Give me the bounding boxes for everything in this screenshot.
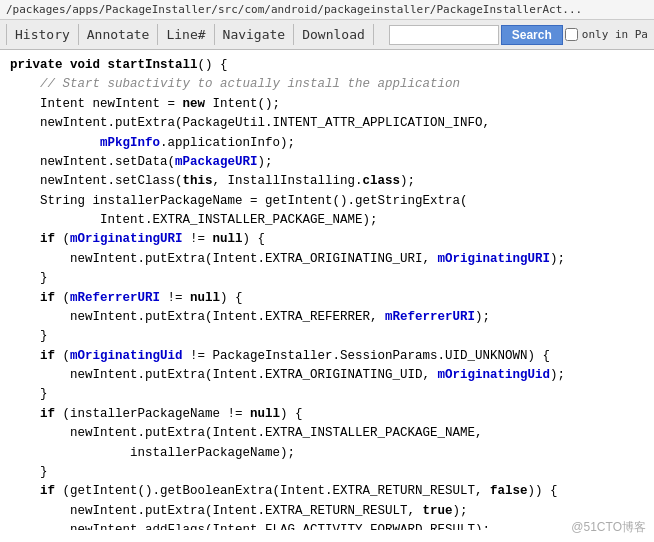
code-line: }	[10, 327, 644, 346]
toolbar-item-history[interactable]: History	[6, 24, 79, 45]
code-line: }	[10, 269, 644, 288]
code-line: private void startInstall() {	[10, 56, 644, 75]
code-line: if (installerPackageName != null) {	[10, 405, 644, 424]
code-line: if (getIntent().getBooleanExtra(Intent.E…	[10, 482, 644, 501]
toolbar-item-download[interactable]: Download	[294, 24, 374, 45]
only-in-checkbox[interactable]	[565, 28, 578, 41]
only-in-label: only in Pa	[582, 28, 648, 41]
code-line: Intent newIntent = new Intent();	[10, 95, 644, 114]
code-line: newIntent.putExtra(Intent.EXTRA_ORIGINAT…	[10, 250, 644, 269]
code-line: if (mReferrerURI != null) {	[10, 289, 644, 308]
code-line: newIntent.setData(mPackageURI);	[10, 153, 644, 172]
toolbar: History Annotate Line# Navigate Download…	[0, 20, 654, 50]
code-line: newIntent.putExtra(PackageUtil.INTENT_AT…	[10, 114, 644, 133]
code-line: newIntent.putExtra(Intent.EXTRA_INSTALLE…	[10, 424, 644, 443]
code-line: // Start subactivity to actually install…	[10, 75, 644, 94]
code-line: Intent.EXTRA_INSTALLER_PACKAGE_NAME);	[10, 211, 644, 230]
watermark: @51CTO博客	[571, 519, 646, 536]
code-line: if (mOriginatingURI != null) {	[10, 230, 644, 249]
code-line: }	[10, 463, 644, 482]
code-line: newIntent.putExtra(Intent.EXTRA_ORIGINAT…	[10, 366, 644, 385]
code-line: }	[10, 385, 644, 404]
code-line: newIntent.addFlags(Intent.FLAG_ACTIVITY_…	[10, 521, 644, 530]
search-input[interactable]	[389, 25, 499, 45]
code-line: newIntent.setClass(this, InstallInstalli…	[10, 172, 644, 191]
code-line: String installerPackageName = getIntent(…	[10, 192, 644, 211]
code-line: newIntent.putExtra(Intent.EXTRA_RETURN_R…	[10, 502, 644, 521]
code-line: if (mOriginatingUid != PackageInstaller.…	[10, 347, 644, 366]
path-bar: /packages/apps/PackageInstaller/src/com/…	[0, 0, 654, 20]
code-area[interactable]: private void startInstall() { // Start s…	[0, 50, 654, 530]
path-text: /packages/apps/PackageInstaller/src/com/…	[6, 3, 582, 16]
toolbar-item-lineno[interactable]: Line#	[158, 24, 214, 45]
toolbar-item-navigate[interactable]: Navigate	[215, 24, 295, 45]
code-line: installerPackageName);	[10, 444, 644, 463]
toolbar-item-annotate[interactable]: Annotate	[79, 24, 159, 45]
code-line: mPkgInfo.applicationInfo);	[10, 134, 644, 153]
code-line: newIntent.putExtra(Intent.EXTRA_REFERRER…	[10, 308, 644, 327]
search-button[interactable]: Search	[501, 25, 563, 45]
